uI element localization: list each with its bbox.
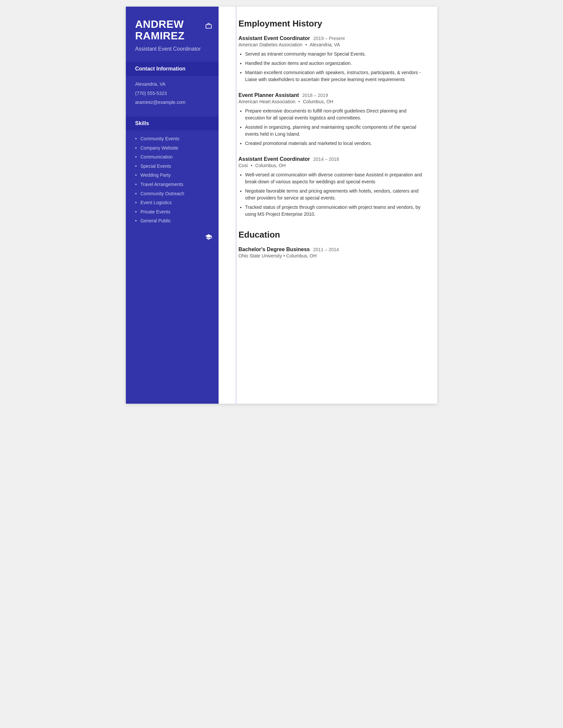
job-title: Event Planner Assistant bbox=[238, 92, 299, 98]
job-dates: 2014 – 2018 bbox=[313, 157, 339, 162]
edu-item: Bachelor's Degree Business 2011 – 2014 O… bbox=[238, 247, 424, 258]
job-bullets: Well-versed at communication with divers… bbox=[238, 171, 424, 218]
job-bullet: Served as intranet community manager for… bbox=[245, 51, 424, 58]
main-content: Employment History Assistant Event Coord… bbox=[218, 7, 437, 404]
skill-item: Company Website bbox=[135, 145, 209, 152]
skill-item: Community Events bbox=[135, 136, 209, 142]
job-bullet: Negotiate favorable terms and pricing ag… bbox=[245, 188, 424, 202]
candidate-name: ANDREW RAMIREZ bbox=[135, 19, 209, 42]
job-bullet: Maintain excellent communication with sp… bbox=[245, 69, 424, 83]
education-title: Education bbox=[238, 230, 424, 240]
job-header: Assistant Event Coordinator 2019 – Prese… bbox=[238, 35, 424, 41]
employment-content: Employment History Assistant Event Coord… bbox=[238, 19, 424, 218]
skill-item: Communication bbox=[135, 154, 209, 160]
job-dates: 2019 – Present bbox=[313, 36, 345, 41]
job-bullets: Prepare extensive documents to fulfill n… bbox=[238, 108, 424, 147]
job-bullet: Well-versed at communication with divers… bbox=[245, 171, 424, 185]
job-header: Event Planner Assistant 2018 – 2019 bbox=[238, 92, 424, 98]
contact-location: Alexandria, VA bbox=[135, 81, 209, 88]
job-item: Event Planner Assistant 2018 – 2019 Amer… bbox=[238, 92, 424, 147]
jobs-list: Assistant Event Coordinator 2019 – Prese… bbox=[238, 35, 424, 218]
contact-info: Alexandria, VA (770) 555-5323 aramirez@e… bbox=[126, 81, 218, 116]
skills-section: Skills Community EventsCompany WebsiteCo… bbox=[126, 116, 218, 235]
employment-section: Employment History Assistant Event Coord… bbox=[218, 19, 424, 218]
resume-container: ANDREW RAMIREZ Assistant Event Coordinat… bbox=[126, 7, 437, 404]
skill-item: Travel Arrangements bbox=[135, 181, 209, 188]
job-header: Assistant Event Coordinator 2014 – 2018 bbox=[238, 156, 424, 162]
candidate-title: Assistant Event Coordinator bbox=[135, 46, 209, 53]
skill-item: Event Logistics bbox=[135, 200, 209, 206]
job-dates: 2018 – 2019 bbox=[303, 93, 328, 98]
job-title: Assistant Event Coordinator bbox=[238, 35, 310, 41]
job-bullet: Assisted in organizing, planning and mai… bbox=[245, 124, 424, 138]
education-list: Bachelor's Degree Business 2011 – 2014 O… bbox=[238, 247, 424, 258]
skill-item: Wedding Party bbox=[135, 172, 209, 179]
skill-item: Community Outreach bbox=[135, 191, 209, 197]
briefcase-icon bbox=[201, 19, 216, 33]
sidebar-header: ANDREW RAMIREZ Assistant Event Coordinat… bbox=[126, 7, 218, 62]
job-bullet: Tracked status of projects through commu… bbox=[245, 204, 424, 218]
education-content: Education Bachelor's Degree Business 201… bbox=[238, 230, 424, 258]
job-company: American Heart Association • Columbus, O… bbox=[238, 99, 424, 104]
edu-dates: 2011 – 2014 bbox=[313, 247, 339, 252]
skills-list: Community EventsCompany WebsiteCommunica… bbox=[135, 136, 209, 224]
skill-item: General Public bbox=[135, 218, 209, 224]
contact-section: Contact Information Alexandria, VA (770)… bbox=[126, 62, 218, 116]
skill-item: Private Events bbox=[135, 209, 209, 215]
contact-email: aramirez@example.com bbox=[135, 99, 209, 106]
employment-title: Employment History bbox=[238, 19, 424, 29]
graduation-icon bbox=[201, 230, 216, 244]
education-section: Education Bachelor's Degree Business 201… bbox=[218, 230, 424, 258]
edu-header: Bachelor's Degree Business 2011 – 2014 bbox=[238, 247, 424, 252]
job-item: Assistant Event Coordinator 2014 – 2018 … bbox=[238, 156, 424, 218]
job-bullet: Created promotional materials and market… bbox=[245, 140, 424, 147]
edu-degree: Bachelor's Degree Business bbox=[238, 247, 310, 252]
edu-school: Ohio State University • Columbus, OH bbox=[238, 253, 424, 258]
job-bullets: Served as intranet community manager for… bbox=[238, 51, 424, 83]
job-item: Assistant Event Coordinator 2019 – Prese… bbox=[238, 35, 424, 83]
skills-content: Community EventsCompany WebsiteCommunica… bbox=[126, 136, 218, 235]
contact-phone: (770) 555-5323 bbox=[135, 90, 209, 97]
job-bullet: Prepare extensive documents to fulfill n… bbox=[245, 108, 424, 121]
job-bullet: Handled the auction items and auction or… bbox=[245, 60, 424, 67]
job-company: American Diabetes Association • Alexandr… bbox=[238, 42, 424, 47]
contact-section-header: Contact Information bbox=[126, 62, 218, 76]
sidebar: ANDREW RAMIREZ Assistant Event Coordinat… bbox=[126, 7, 218, 404]
job-title: Assistant Event Coordinator bbox=[238, 156, 310, 162]
skills-section-header: Skills bbox=[126, 116, 218, 130]
job-company: Cosi • Columbus, OH bbox=[238, 163, 424, 168]
skill-item: Special Events bbox=[135, 163, 209, 170]
